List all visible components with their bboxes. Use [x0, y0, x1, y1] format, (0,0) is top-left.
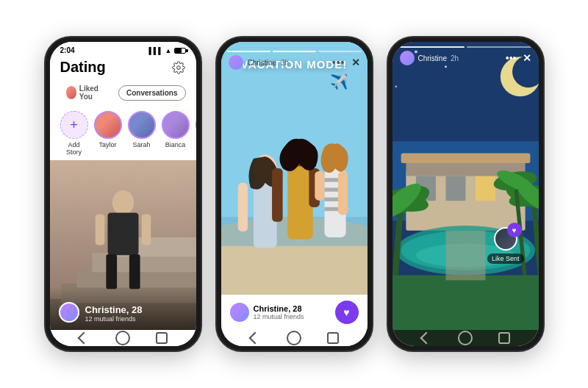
- bianca-circle: [162, 111, 190, 139]
- profile-card[interactable]: Christine, 28 12 mutual friends: [50, 160, 196, 330]
- svg-rect-9: [106, 254, 117, 289]
- story-user-3: Christine 2h: [400, 51, 459, 65]
- profile-text: Christine, 28 12 mutual friends: [85, 304, 143, 323]
- story-header-avatar: [229, 55, 243, 70]
- back-icon-2: [249, 332, 262, 345]
- sarah-circle: [128, 111, 156, 139]
- story-3-name: Christine: [418, 54, 447, 62]
- story-image-area: VACATION MODE! ✈️: [221, 42, 368, 295]
- svg-rect-30: [338, 171, 348, 215]
- back-icon-3: [420, 332, 433, 345]
- phone-frame-2: Christine 3h ••• ✕: [215, 36, 373, 352]
- time-1: 2:04: [60, 46, 75, 54]
- liked-you-avatar: [66, 86, 76, 99]
- phone-frame-3: Christine 2h ••• ✕ ♥: [387, 36, 545, 352]
- sp-circle: [196, 111, 196, 139]
- recents-button-2[interactable]: [318, 336, 348, 340]
- story-3-time: 2h: [451, 54, 459, 62]
- recents-button-3[interactable]: [490, 336, 519, 340]
- svg-point-0: [176, 65, 180, 69]
- p3-bar2: [467, 46, 531, 48]
- status-bar-1: 2:04 ▌▌▌ ▲: [50, 42, 196, 56]
- story-user-details: Christine, 28 12 mutual friends: [254, 304, 304, 320]
- profile-mutual: 12 mutual friends: [85, 315, 143, 323]
- phone-screen-3: Christine 2h ••• ✕ ♥: [392, 42, 539, 346]
- phone-screen-1: 2:04 ▌▌▌ ▲ Dating: [50, 42, 196, 346]
- phone3-view: Christine 2h ••• ✕ ♥: [392, 42, 539, 346]
- back-icon: [78, 332, 90, 345]
- story-user-name-header: Christine: [248, 59, 276, 67]
- story-header-3: Christine 2h ••• ✕: [392, 46, 539, 65]
- svg-rect-42: [445, 176, 465, 201]
- tab-liked-you[interactable]: Liked You: [60, 82, 113, 104]
- story-user-info-2: Christine, 28 12 mutual friends: [230, 303, 304, 322]
- story-header-2: Christine 3h ••• ✕: [221, 52, 368, 73]
- close-icon-3[interactable]: ✕: [523, 52, 531, 64]
- taylor-circle: [94, 111, 122, 139]
- home-button-2[interactable]: [279, 336, 309, 340]
- taylor-label: Taylor: [98, 141, 116, 148]
- phone-1: 2:04 ▌▌▌ ▲ Dating: [44, 36, 202, 352]
- more-options-icon[interactable]: •••: [332, 57, 345, 68]
- heart-icon: ♥: [343, 306, 349, 318]
- nav-bar-3: [392, 330, 539, 346]
- heart-button[interactable]: ♥: [335, 301, 359, 324]
- svg-rect-31: [315, 171, 324, 201]
- profile-avatar: [59, 302, 79, 323]
- add-story-label: Add Story: [60, 141, 88, 156]
- battery-fill: [175, 48, 182, 53]
- close-icon[interactable]: ✕: [351, 57, 360, 68]
- svg-rect-12: [141, 215, 151, 245]
- profile-name: Christine, 28: [85, 304, 143, 315]
- story-3-avatar: [400, 51, 415, 65]
- story-profile-name: Christine, 28: [254, 304, 304, 313]
- plane-emoji: ✈️: [330, 73, 348, 90]
- svg-point-39: [395, 85, 397, 87]
- home-button[interactable]: [108, 336, 137, 340]
- back-button[interactable]: [69, 336, 98, 340]
- story-3-controls: ••• ✕: [506, 52, 531, 64]
- story-time: 3h: [281, 59, 289, 67]
- signal-bars: ▌▌▌: [148, 47, 162, 54]
- svg-point-38: [445, 65, 447, 68]
- home-icon: [115, 331, 130, 345]
- story-bianca[interactable]: Bianca: [162, 111, 190, 148]
- story-sp[interactable]: Sp...: [196, 111, 196, 148]
- back-button-3[interactable]: [412, 336, 441, 340]
- phone-frame-1: 2:04 ▌▌▌ ▲ Dating: [44, 36, 202, 352]
- stories-row: + Add Story Taylor Sarah Bianca: [50, 107, 196, 160]
- tabs-row: Liked You Conversations: [50, 79, 196, 107]
- wifi-icon: ▲: [165, 47, 172, 54]
- story-sarah[interactable]: Sarah: [128, 111, 156, 148]
- add-icon: +: [70, 118, 78, 133]
- progress-bars-3: [400, 46, 531, 48]
- sarah-label: Sarah: [132, 141, 150, 148]
- like-sent-label: Like Sent: [487, 254, 524, 264]
- story-add-item[interactable]: + Add Story: [60, 111, 88, 156]
- profile-info-bar: Christine, 28 12 mutual friends: [50, 287, 196, 330]
- story-user-header: Christine 3h: [229, 55, 290, 70]
- add-story-circle[interactable]: +: [60, 111, 88, 139]
- svg-rect-61: [445, 231, 485, 281]
- story-progress: [221, 46, 368, 52]
- phone-screen-2: Christine 3h ••• ✕: [221, 42, 368, 346]
- battery-icon: [174, 48, 186, 54]
- story-nav-3: Christine 2h ••• ✕: [400, 51, 531, 65]
- status-icons-1: ▌▌▌ ▲: [148, 47, 185, 54]
- back-button-2[interactable]: [240, 336, 270, 340]
- svg-rect-45: [401, 153, 530, 163]
- story-profile-mutual: 12 mutual friends: [254, 313, 304, 320]
- home-button-3[interactable]: [451, 336, 480, 340]
- story-profile-avatar: [230, 303, 249, 322]
- bianca-label: Bianca: [165, 141, 186, 148]
- recents-button[interactable]: [147, 336, 176, 340]
- story-taylor[interactable]: Taylor: [94, 111, 122, 148]
- svg-rect-11: [95, 215, 104, 245]
- svg-point-7: [112, 190, 133, 215]
- tab-conversations[interactable]: Conversations: [118, 85, 185, 101]
- more-options-icon-3[interactable]: •••: [506, 52, 517, 64]
- story-controls-2: ••• ✕: [332, 57, 360, 68]
- gear-icon[interactable]: [171, 60, 186, 75]
- svg-rect-18: [237, 183, 247, 231]
- resort-background: Christine 2h ••• ✕ ♥: [392, 42, 539, 330]
